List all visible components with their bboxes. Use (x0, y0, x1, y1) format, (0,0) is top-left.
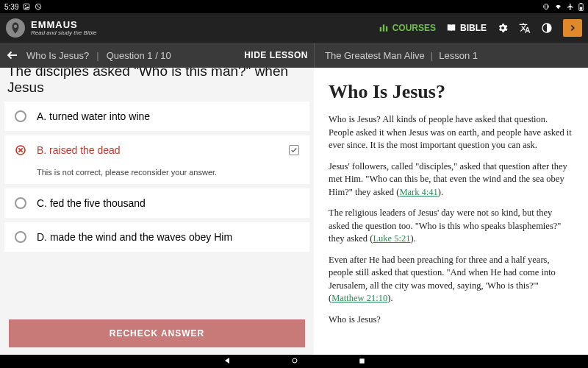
svg-rect-0 (24, 4, 30, 10)
nav-bible[interactable]: BIBLE (446, 23, 487, 33)
option-c-label: C. fed the five thousand (37, 197, 146, 209)
lesson-pane[interactable]: Who Is Jesus? Who is Jesus? All kinds of… (314, 68, 588, 355)
battery-icon (578, 3, 584, 11)
checkbox-checked-icon (289, 145, 299, 155)
android-nav-bar (0, 355, 588, 368)
vibrate-icon (542, 3, 550, 10)
lesson-p5: Who is Jesus? (329, 314, 573, 327)
option-d[interactable]: D. made the wind and the waves obey Him (4, 222, 309, 252)
separator: | (431, 50, 433, 61)
option-b-label: B. raised the dead (37, 144, 121, 156)
back-icon[interactable] (6, 49, 19, 62)
quiz-progress: Question 1 / 10 (107, 50, 171, 61)
svg-rect-9 (580, 7, 582, 10)
app-subtitle: Read and study the Bible (31, 30, 96, 36)
radio-icon (15, 110, 26, 122)
radio-icon (15, 231, 26, 243)
contrast-icon[interactable] (541, 22, 553, 34)
quiz-pane: The disciples asked "Who is this man?" w… (0, 68, 314, 355)
option-a-label: A. turned water into wine (37, 110, 150, 122)
status-time: 5:39 (4, 3, 18, 11)
app-title: EMMAUS (31, 20, 96, 30)
radio-icon (15, 197, 26, 209)
svg-point-1 (25, 5, 26, 7)
sub-bar: Who Is Jesus? | Question 1 / 10 HIDE LES… (0, 43, 588, 68)
quiz-title: Who Is Jesus? (26, 50, 89, 61)
incorrect-icon (15, 144, 26, 156)
separator: | (96, 50, 98, 61)
wifi-icon (554, 3, 562, 10)
lesson-number: Lesson 1 (439, 50, 478, 61)
nav-home-icon[interactable] (290, 355, 299, 368)
lesson-p4: Even after He had been preaching for thr… (329, 254, 573, 305)
option-c[interactable]: C. fed the five thousand (4, 188, 309, 218)
svg-rect-10 (379, 27, 381, 32)
recheck-button[interactable]: RECHECK ANSWER (9, 319, 305, 347)
settings-icon[interactable] (497, 22, 509, 34)
svg-rect-12 (386, 26, 387, 32)
nav-courses-label: COURSES (392, 23, 436, 33)
nav-recent-icon[interactable] (358, 355, 366, 368)
airplane-icon (567, 3, 574, 10)
svg-line-3 (37, 4, 41, 9)
nav-back-icon[interactable] (223, 355, 232, 368)
toggle-panel-button[interactable] (563, 19, 582, 37)
hide-lesson-button[interactable]: HIDE LESSON (244, 50, 308, 60)
android-status-bar: 5:39 (0, 0, 588, 13)
translate-icon[interactable] (519, 22, 531, 34)
app-header: EMMAUS Read and study the Bible COURSES … (0, 13, 588, 43)
lesson-p2: Jesus' followers, called "disciples," as… (329, 160, 573, 199)
ref-mark-4-41[interactable]: Mark 4:41 (399, 187, 437, 197)
svg-point-18 (293, 358, 297, 363)
option-a[interactable]: A. turned water into wine (4, 102, 309, 131)
feedback-text: This is not correct, please reconsider y… (4, 168, 309, 184)
lesson-p3: The religious leaders of Jesus' day were… (329, 207, 573, 246)
courses-icon (379, 23, 389, 33)
question-text: The disciples asked "Who is this man?" w… (0, 68, 314, 102)
svg-rect-11 (382, 24, 384, 31)
nav-courses[interactable]: COURSES (379, 23, 436, 33)
bible-icon (446, 23, 456, 33)
ref-luke-5-21[interactable]: Luke 5:21 (373, 233, 410, 244)
option-b[interactable]: B. raised the dead (4, 135, 309, 165)
svg-rect-4 (545, 4, 547, 10)
lesson-title: The Greatest Man Alive (325, 50, 425, 61)
svg-rect-19 (359, 358, 364, 363)
nav-bible-label: BIBLE (460, 23, 487, 33)
option-d-label: D. made the wind and the waves obey Him (37, 231, 232, 243)
ref-matthew-21-10[interactable]: Matthew 21:10 (331, 293, 387, 303)
app-logo[interactable] (6, 18, 25, 38)
lesson-p1: Who is Jesus? All kinds of people have a… (329, 113, 573, 152)
do-not-disturb-icon (35, 3, 42, 10)
svg-rect-8 (580, 3, 581, 4)
image-icon (23, 3, 30, 10)
lesson-heading: Who Is Jesus? (329, 81, 573, 103)
